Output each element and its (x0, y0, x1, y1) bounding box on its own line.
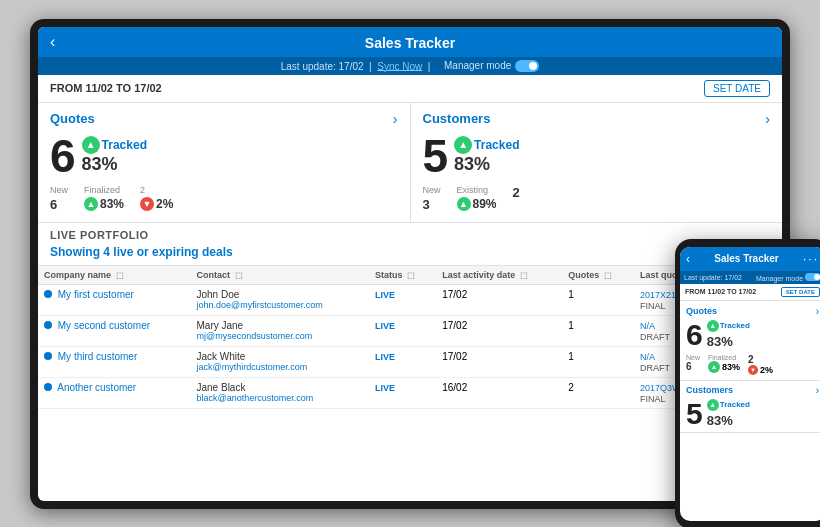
cell-status: LIVE (369, 377, 436, 408)
row-dot (44, 290, 52, 298)
phone-finalized-pct: ▲ 83% (708, 361, 740, 373)
sync-bar: Last update: 17/02 | Sync Now | Manager … (38, 57, 782, 75)
col-company[interactable]: Company name ⬚ (38, 266, 191, 285)
sync-link[interactable]: Sync Now (377, 60, 422, 71)
phone-customers-big-number: 5 (686, 399, 703, 429)
back-button[interactable]: ‹ (50, 33, 55, 51)
set-date-button[interactable]: SET DATE (704, 80, 770, 97)
phone-quotes-finalized: Finalized ▲ 83% (708, 354, 740, 375)
company-link[interactable]: My third customer (58, 351, 137, 362)
cell-status: LIVE (369, 284, 436, 315)
quote-status: DRAFT (640, 332, 670, 342)
phone-customers-title: Customers (686, 385, 733, 395)
phone-dots-menu[interactable]: ··· (803, 252, 819, 266)
phone-customers-chevron[interactable]: › (816, 385, 819, 396)
company-link[interactable]: My first customer (58, 289, 134, 300)
customers-new-label: New (423, 185, 441, 195)
phone-quotes-tracked-text: Tracked (720, 321, 750, 330)
quotes-card-stats: New 6 Finalized ▲ 83% 2 ▼ (50, 185, 398, 212)
company-link[interactable]: My second customer (58, 320, 150, 331)
portfolio-subtitle: Showing 4 live or expiring deals (50, 245, 770, 259)
customers-existing-green-dot: ▲ (457, 197, 471, 211)
quotes-new-stat: New 6 (50, 185, 68, 212)
customers-new-stat: New 3 (423, 185, 441, 212)
sort-icon-contact: ⬚ (235, 271, 243, 280)
phone-sync-bar: Last update: 17/02 Manager mode (680, 271, 820, 284)
cell-contact: Jack White jack@mythirdcustomer.com (191, 346, 370, 377)
quotes-card-main: 6 ▲ Tracked 83% (50, 133, 398, 179)
cell-status: LIVE (369, 315, 436, 346)
tablet-screen: ‹ Sales Tracker Last update: 17/02 | Syn… (38, 27, 782, 501)
contact-email[interactable]: black@anothercustomer.com (197, 393, 364, 403)
cell-activity: 17/02 (436, 315, 562, 346)
phone-header: ‹ Sales Tracker ··· (680, 247, 820, 271)
phone-customers-tracked: ▲ Tracked 83% (707, 399, 750, 429)
contact-email[interactable]: jack@mythirdcustomer.com (197, 362, 364, 372)
quotes-tracked-section: ▲ Tracked 83% (82, 136, 147, 175)
phone-manager-mode: Manager mode (756, 273, 820, 282)
phone-customers-header: Customers › (686, 385, 819, 396)
sync-text: Last update: 17/02 (281, 60, 364, 71)
contact-email[interactable]: mj@mysecondsustomer.com (197, 331, 364, 341)
phone-finalized-count: 2 (748, 354, 773, 365)
phone-quotes-finalized-count: 2 ▼ 2% (748, 354, 773, 375)
col-activity[interactable]: Last activity date ⬚ (436, 266, 562, 285)
phone-date-bar: FROM 11/02 TO 17/02 SET DATE (680, 284, 820, 301)
phone-quotes-title: Quotes (686, 306, 717, 316)
status-badge: LIVE (375, 290, 395, 300)
phone-quotes-tracked-label: ▲ Tracked (707, 320, 750, 332)
customers-existing-pct: ▲ 89% (457, 197, 497, 211)
customers-tracked-text: Tracked (474, 138, 519, 152)
customers-existing-label: Existing (457, 185, 497, 195)
col-status[interactable]: Status ⬚ (369, 266, 436, 285)
status-badge: LIVE (375, 352, 395, 362)
quote-link[interactable]: N/A (640, 352, 655, 362)
contact-email[interactable]: john.doe@myfirstcustomer.com (197, 300, 364, 310)
quote-status: FINAL (640, 301, 666, 311)
quotes-card-header: Quotes › (50, 111, 398, 127)
phone-manager-toggle[interactable] (805, 273, 820, 281)
quote-status: FINAL (640, 394, 666, 404)
phone-finalized-label: Finalized (708, 354, 740, 361)
phone-back-button[interactable]: ‹ (686, 252, 690, 266)
customers-tracked-pct: 83% (454, 154, 519, 175)
phone-customers-tracked-label: ▲ Tracked (707, 399, 750, 411)
quotes-finalized-label: Finalized (84, 185, 124, 195)
customers-existing-count: 2 (513, 185, 520, 200)
col-quotes[interactable]: Quotes ⬚ (562, 266, 634, 285)
phone-device: ‹ Sales Tracker ··· Last update: 17/02 M… (675, 239, 820, 528)
phone-date-label: FROM 11/02 TO 17/02 (685, 288, 756, 295)
customers-card-chevron[interactable]: › (765, 111, 770, 127)
customers-card: Customers › 5 ▲ Tracked 83% New (411, 103, 783, 222)
phone-customers-tracked-pct: 83% (707, 413, 733, 428)
quotes-big-number: 6 (50, 133, 76, 179)
phone-quotes-main: 6 ▲ Tracked 83% (686, 320, 819, 350)
quotes-finalized-count-pct: ▼ 2% (140, 197, 173, 211)
phone-finalized-red-dot: ▼ (748, 365, 758, 375)
cell-quotes: 1 (562, 284, 634, 315)
customers-tracked-label: ▲ Tracked (454, 136, 519, 154)
manager-mode-toggle[interactable] (515, 60, 539, 72)
phone-customers-arrow-icon: ▲ (707, 399, 719, 411)
phone-quotes-chevron[interactable]: › (816, 306, 819, 317)
company-link[interactable]: Another customer (57, 382, 136, 393)
quotes-new-label: New (50, 185, 68, 195)
row-dot (44, 321, 52, 329)
quotes-finalized-count-pct-value: 2% (156, 197, 173, 211)
deals-table: Company name ⬚ Contact ⬚ Status ⬚ Last a… (38, 266, 782, 409)
phone-quotes-tracked: ▲ Tracked 83% (707, 320, 750, 350)
quote-link[interactable]: N/A (640, 321, 655, 331)
phone-set-date-button[interactable]: SET DATE (781, 287, 820, 297)
contact-name: John Doe (197, 289, 364, 300)
quotes-card-chevron[interactable]: › (393, 111, 398, 127)
app-header: ‹ Sales Tracker (38, 27, 782, 57)
quote-status: DRAFT (640, 363, 670, 373)
customers-card-main: 5 ▲ Tracked 83% (423, 133, 771, 179)
cell-company: Another customer (38, 377, 191, 408)
contact-name: Mary Jane (197, 320, 364, 331)
table-row: My first customer John Doe john.doe@myfi… (38, 284, 782, 315)
table-row: My third customer Jack White jack@mythir… (38, 346, 782, 377)
col-contact[interactable]: Contact ⬚ (191, 266, 370, 285)
quotes-tracked-text: Tracked (102, 138, 147, 152)
quotes-card-title: Quotes (50, 111, 95, 126)
